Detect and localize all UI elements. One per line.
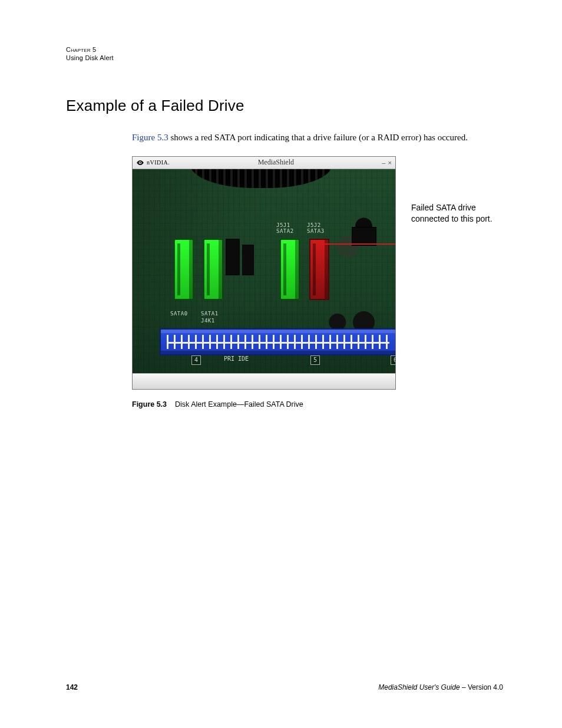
- board-marker: 4: [191, 355, 201, 365]
- sata-port-1: [203, 239, 223, 300]
- board-marker: 6: [391, 355, 395, 365]
- eye-icon: [136, 159, 144, 167]
- ide-pins: [167, 335, 389, 349]
- paragraph-text: shows a red SATA port indicating that a …: [168, 133, 468, 142]
- section-label: Using Disk Alert: [66, 54, 503, 62]
- sata-port-2: [280, 239, 300, 300]
- minimize-button[interactable]: –: [382, 159, 385, 166]
- sata-label: SATA1: [201, 311, 219, 317]
- callout-leader-line: [320, 243, 395, 245]
- chip: [242, 245, 254, 275]
- sata-label: SATA3: [307, 228, 325, 234]
- page-number: 142: [66, 683, 78, 691]
- page-footer: 142 MediaShield User's Guide – Version 4…: [66, 683, 503, 691]
- window-titlebar: nVIDIA. MediaShield – ×: [133, 157, 395, 169]
- j-label: J5J1: [276, 222, 290, 228]
- figure-number: Figure 5.3: [132, 400, 167, 409]
- mediashield-window: nVIDIA. MediaShield – × SATA0: [132, 156, 396, 390]
- ide-label: PRI IDE: [224, 355, 249, 362]
- sata-label: SATA2: [276, 228, 294, 234]
- figure-caption-text: Disk Alert Example—Failed SATA Drive: [175, 400, 303, 409]
- brand-text: nVIDIA.: [147, 159, 170, 166]
- footer-sep: –: [460, 683, 468, 691]
- board-marker: 5: [310, 355, 320, 365]
- j-label: J5J2: [307, 222, 321, 228]
- doc-title: MediaShield User's Guide: [378, 683, 459, 691]
- sata-label: SATA0: [170, 311, 188, 317]
- j-label: J4K1: [201, 318, 215, 324]
- window-bottombar: [133, 373, 395, 389]
- figure-crossref[interactable]: Figure 5.3: [132, 133, 168, 142]
- window-title: MediaShield: [173, 158, 378, 167]
- ide-connector: [160, 328, 395, 355]
- page-running-header: Chapter 5 Using Disk Alert: [66, 46, 503, 62]
- figure-caption: Figure 5.3Disk Alert Example—Failed SATA…: [132, 400, 503, 409]
- body-paragraph: Figure 5.3 shows a red SATA port indicat…: [132, 131, 497, 143]
- svg-point-0: [140, 162, 141, 163]
- chapter-label: Chapter 5: [66, 46, 503, 54]
- sata-port-3-failed: [309, 239, 329, 300]
- figure-annotation: Failed SATA drive connected to this port…: [411, 202, 503, 225]
- motherboard-view: SATA0 SATA1 SATA2 SATA3 J5J1 J5J2 J4K1 P…: [133, 169, 395, 373]
- sata-port-0: [174, 239, 194, 300]
- section-title: Example of a Failed Drive: [66, 97, 503, 115]
- chip: [226, 239, 240, 275]
- close-button[interactable]: ×: [388, 159, 391, 166]
- doc-version: Version 4.0: [468, 683, 503, 691]
- nvidia-logo: nVIDIA.: [133, 159, 173, 167]
